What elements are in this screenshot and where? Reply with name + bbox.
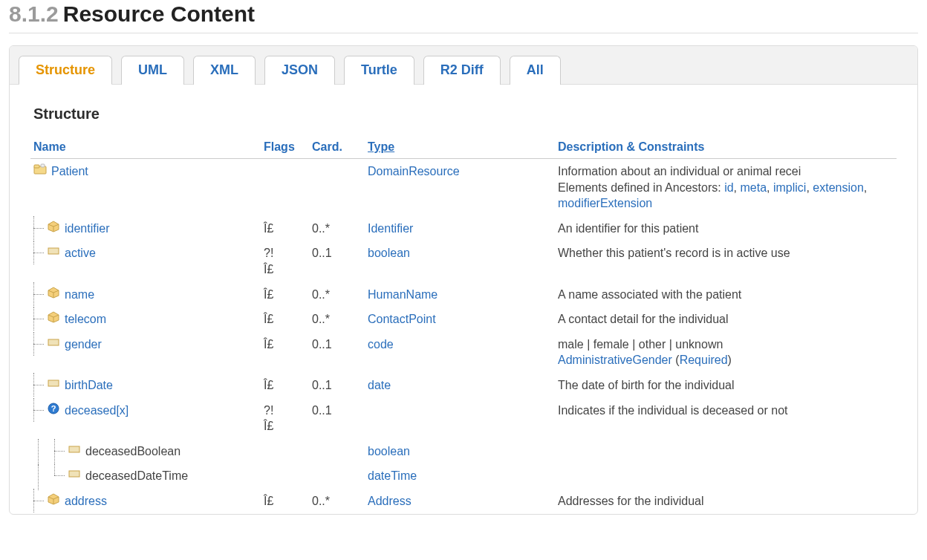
box-icon <box>47 493 60 505</box>
flags-cell <box>261 159 309 216</box>
flags-cell: ?!Î£ <box>261 398 309 439</box>
flags-cell: Î£ <box>261 373 309 398</box>
section-number: 8.1.2 <box>9 1 59 26</box>
table-row: addressÎ£0..*AddressAddresses for the in… <box>30 489 897 514</box>
type-link[interactable]: boolean <box>368 445 410 458</box>
col-type[interactable]: Type <box>365 136 555 159</box>
cardinality-cell: 0..1 <box>309 241 365 281</box>
table-row: deceased[x]?!Î£0..1Indicates if the indi… <box>30 398 897 439</box>
tab-structure[interactable]: Structure <box>19 56 112 85</box>
col-desc[interactable]: Description & Constraints <box>555 136 897 159</box>
structure-table: Name Flags Card. Type Description & Cons… <box>30 136 897 514</box>
flags-cell: Î£ <box>261 307 309 332</box>
tab-json[interactable]: JSON <box>264 56 335 85</box>
flags-cell: ?!Î£ <box>261 241 309 281</box>
table-row: telecomÎ£0..*ContactPointA contact detai… <box>30 307 897 332</box>
flags-cell <box>261 463 309 489</box>
col-flags[interactable]: Flags <box>261 136 309 159</box>
folder-icon <box>33 163 47 175</box>
ancestor-link[interactable]: modifierExtension <box>558 197 652 209</box>
flags-cell: Î£ <box>261 216 309 241</box>
box-icon <box>47 221 60 232</box>
description-cell: Whether this patient's record is in acti… <box>555 241 897 281</box>
description-cell: A contact detail for the individual <box>555 307 897 332</box>
box-icon <box>47 287 60 299</box>
col-name[interactable]: Name <box>30 136 261 159</box>
cardinality-cell: 0..1 <box>309 332 365 373</box>
cardinality-cell: 0..* <box>309 216 365 241</box>
section-heading: 8.1.2Resource Content <box>9 1 918 33</box>
flags-cell: Î£ <box>261 332 309 373</box>
content-panel: StructureUMLXMLJSONTurtleR2 DiffAll Stru… <box>9 45 918 515</box>
choice-icon <box>47 403 60 414</box>
flags-cell: Î£ <box>261 282 309 307</box>
type-link[interactable]: dateTime <box>368 469 417 482</box>
element-name[interactable]: identifier <box>65 221 109 237</box>
cardinality-cell: 0..* <box>309 307 365 332</box>
valueset-link[interactable]: AdministrativeGender <box>558 354 672 366</box>
element-name[interactable]: birthDate <box>65 377 113 394</box>
element-name[interactable]: active <box>65 245 96 261</box>
box-icon <box>47 311 60 323</box>
binding-strength-link[interactable]: Required <box>680 354 728 366</box>
ancestor-link[interactable]: meta <box>740 181 767 194</box>
type-link[interactable]: DomainResource <box>368 165 460 178</box>
description-cell: male | female | other | unknownAdministr… <box>555 332 897 373</box>
ancestor-link[interactable]: extension <box>813 181 864 194</box>
table-row: identifierÎ£0..*IdentifierAn identifier … <box>30 216 897 241</box>
element-name[interactable]: gender <box>65 336 102 353</box>
cardinality-cell: 0..* <box>309 489 365 514</box>
type-link[interactable]: code <box>368 338 394 351</box>
prim-icon <box>47 245 60 257</box>
flags-cell: Î£ <box>261 489 309 514</box>
table-row: PatientDomainResourceInformation about a… <box>30 159 897 216</box>
element-name[interactable]: deceased[x] <box>65 403 129 419</box>
col-card[interactable]: Card. <box>309 136 365 159</box>
cardinality-cell: 0..1 <box>309 398 365 439</box>
prim-icon <box>68 443 81 455</box>
description-cell: An identifier for this patient <box>555 216 897 241</box>
ancestor-link[interactable]: id <box>724 181 733 194</box>
tab-all[interactable]: All <box>510 56 561 85</box>
element-name[interactable]: name <box>65 287 94 303</box>
structure-subheading: Structure <box>33 105 897 123</box>
cardinality-cell: 0..* <box>309 282 365 307</box>
description-cell: The date of birth for the individual <box>555 373 897 398</box>
type-link[interactable]: ContactPoint <box>368 313 436 325</box>
tab-bar: StructureUMLXMLJSONTurtleR2 DiffAll <box>10 46 917 85</box>
prim-icon <box>47 377 60 389</box>
table-row: genderÎ£0..1codemale | female | other | … <box>30 332 897 373</box>
table-row: nameÎ£0..*HumanNameA name associated wit… <box>30 282 897 307</box>
type-link[interactable]: Address <box>368 495 412 507</box>
element-name: deceasedDateTime <box>85 468 188 484</box>
table-row: deceasedBooleanboolean <box>30 439 897 464</box>
element-name: deceasedBoolean <box>85 443 180 460</box>
description-cell <box>555 439 897 464</box>
type-link[interactable]: Identifier <box>368 222 413 235</box>
prim-icon <box>68 468 81 480</box>
description-cell: Addresses for the individual <box>555 489 897 514</box>
table-row: active?!Î£0..1booleanWhether this patien… <box>30 241 897 281</box>
description-cell: Indicates if the individual is deceased … <box>555 398 897 439</box>
description-cell: Information about an individual or anima… <box>555 159 897 216</box>
type-link[interactable]: boolean <box>368 247 410 259</box>
element-name[interactable]: Patient <box>51 163 88 180</box>
element-name[interactable]: address <box>65 493 107 509</box>
description-cell: A name associated with the patient <box>555 282 897 307</box>
cardinality-cell <box>309 159 365 216</box>
cardinality-cell: 0..1 <box>309 373 365 398</box>
prim-icon <box>47 336 60 348</box>
element-name[interactable]: telecom <box>65 311 106 328</box>
table-row: deceasedDateTimedateTime <box>30 463 897 489</box>
tab-r2-diff[interactable]: R2 Diff <box>423 56 501 85</box>
cardinality-cell <box>309 463 365 489</box>
ancestor-link[interactable]: implici <box>773 181 806 194</box>
tab-uml[interactable]: UML <box>121 56 184 85</box>
flags-cell <box>261 439 309 464</box>
tab-xml[interactable]: XML <box>193 56 256 85</box>
tab-turtle[interactable]: Turtle <box>344 56 414 85</box>
cardinality-cell <box>309 439 365 464</box>
description-cell <box>555 463 897 489</box>
type-link[interactable]: date <box>368 379 391 391</box>
type-link[interactable]: HumanName <box>368 288 438 301</box>
